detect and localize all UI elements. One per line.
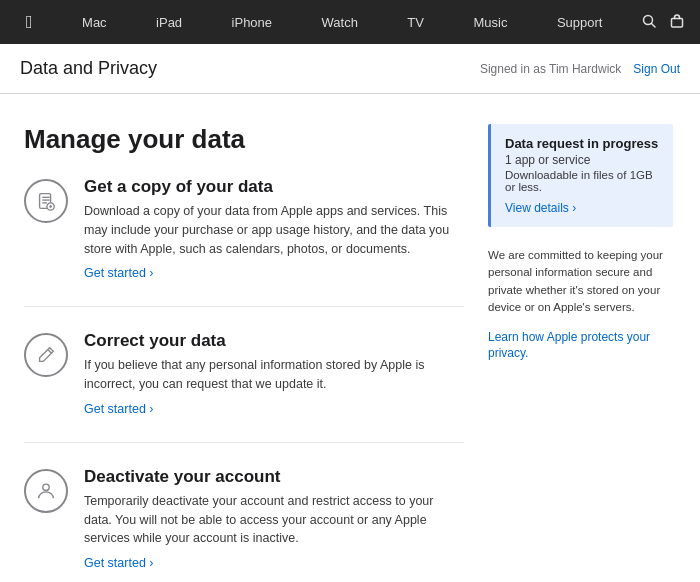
nav-item-support[interactable]: Support <box>547 15 613 30</box>
section-correct-desc: If you believe that any personal informa… <box>84 356 464 394</box>
privacy-note: We are committed to keeping your persona… <box>488 247 673 316</box>
svg-line-1 <box>651 23 655 27</box>
top-nav:  Mac iPad iPhone Watch TV Music Support <box>0 0 700 44</box>
sign-out-button[interactable]: Sign Out <box>633 62 680 76</box>
section-correct-body: Correct your data If you believe that an… <box>84 331 464 416</box>
nav-item-mac[interactable]: Mac <box>72 15 117 30</box>
section-correct-link[interactable]: Get started <box>84 402 153 416</box>
data-request-detail: Downloadable in files of 1GB or less. <box>505 169 659 193</box>
learn-privacy-link[interactable]: Learn how Apple protects your privacy. <box>488 330 650 360</box>
section-correct-title: Correct your data <box>84 331 464 351</box>
left-column: Manage your data Get a copy of your data… <box>24 124 464 582</box>
section-copy-title: Get a copy of your data <box>84 177 464 197</box>
section-deactivate: Deactivate your account Temporarily deac… <box>24 467 464 570</box>
edit-icon <box>24 333 68 377</box>
data-request-box: Data request in progress 1 app or servic… <box>488 124 673 227</box>
apple-logo-icon[interactable]:  <box>16 12 43 33</box>
main-content: Manage your data Get a copy of your data… <box>0 94 700 582</box>
section-copy-desc: Download a copy of your data from Apple … <box>84 202 464 258</box>
section-deactivate-title: Deactivate your account <box>84 467 464 487</box>
data-request-subtitle: 1 app or service <box>505 153 659 167</box>
nav-item-ipad[interactable]: iPad <box>146 15 192 30</box>
section-copy-link[interactable]: Get started <box>84 266 153 280</box>
view-details-link[interactable]: View details <box>505 201 576 215</box>
nav-item-iphone[interactable]: iPhone <box>222 15 282 30</box>
bag-icon[interactable] <box>670 14 684 31</box>
signed-in-label: Signed in as Tim Hardwick <box>480 62 621 76</box>
svg-point-11 <box>43 484 49 490</box>
divider-1 <box>24 306 464 307</box>
page-title: Data and Privacy <box>20 58 157 79</box>
nav-item-music[interactable]: Music <box>463 15 517 30</box>
copy-icon <box>24 179 68 223</box>
svg-rect-2 <box>671 18 682 27</box>
header-bar: Data and Privacy Signed in as Tim Hardwi… <box>0 44 700 94</box>
section-correct: Correct your data If you believe that an… <box>24 331 464 416</box>
section-deactivate-desc: Temporarily deactivate your account and … <box>84 492 464 548</box>
right-column: Data request in progress 1 app or servic… <box>488 124 673 582</box>
nav-item-tv[interactable]: TV <box>397 15 434 30</box>
section-copy-body: Get a copy of your data Download a copy … <box>84 177 464 280</box>
divider-2 <box>24 442 464 443</box>
page-heading: Manage your data <box>24 124 464 155</box>
nav-item-watch[interactable]: Watch <box>312 15 368 30</box>
section-deactivate-link[interactable]: Get started <box>84 556 153 570</box>
person-icon <box>24 469 68 513</box>
section-get-copy: Get a copy of your data Download a copy … <box>24 177 464 280</box>
svg-line-10 <box>48 350 52 354</box>
data-request-title: Data request in progress <box>505 136 659 151</box>
section-deactivate-body: Deactivate your account Temporarily deac… <box>84 467 464 570</box>
search-icon[interactable] <box>642 14 656 31</box>
